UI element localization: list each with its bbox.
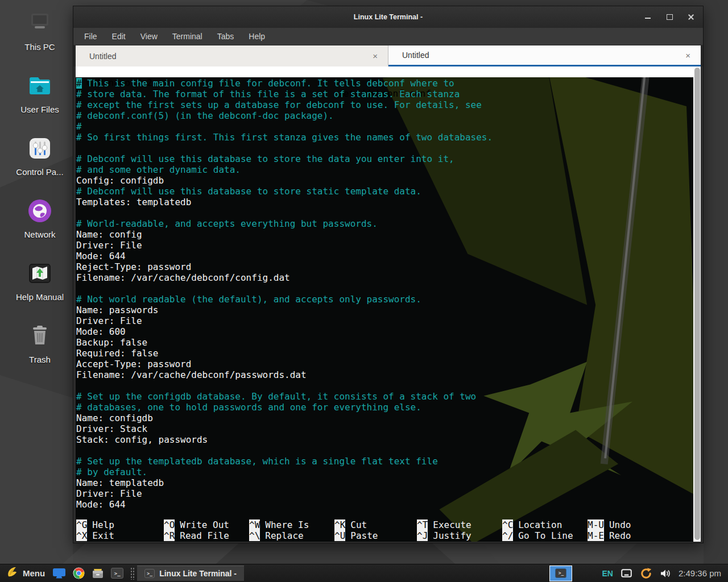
shortcut-key: ^\ xyxy=(249,530,260,541)
nano-shortcuts-row2: ^XExit^RRead File^\Replace^UPaste^JJusti… xyxy=(76,530,693,541)
nano-shortcut: ^KCut xyxy=(334,519,417,530)
shortcut-key: ^U xyxy=(334,530,345,541)
desktop-icon-trash[interactable]: Trash xyxy=(9,322,71,376)
terminal-line: Name: configdb xyxy=(76,413,693,423)
menu-help[interactable]: Help xyxy=(249,32,265,41)
menu-file[interactable]: File xyxy=(84,32,97,41)
updates-available-icon[interactable] xyxy=(640,567,652,580)
nano-shortcut: M-ERedo xyxy=(588,530,684,541)
nano-shortcut: ^UPaste xyxy=(334,530,417,541)
window-controls xyxy=(644,6,695,28)
terminal-line xyxy=(76,445,693,456)
menu-view[interactable]: View xyxy=(140,32,158,41)
maximize-icon[interactable] xyxy=(665,13,673,21)
terminal-line: Driver: File xyxy=(76,315,693,326)
terminal-line: Templates: templatedb xyxy=(76,197,693,207)
scrollbar-thumb[interactable] xyxy=(694,68,700,540)
volume-icon[interactable] xyxy=(660,569,671,578)
terminal-window-icon: >_ xyxy=(144,569,155,578)
terminal-line: # Set up the configdb database. By defau… xyxy=(76,391,693,402)
terminal-line: Backup: false xyxy=(76,337,693,348)
shortcut-key: ^G xyxy=(76,519,87,530)
desktop-icon-network[interactable]: Network xyxy=(9,197,71,251)
terminal-scrollbar[interactable] xyxy=(693,66,701,542)
shortcut-key: ^W xyxy=(249,519,260,530)
shortcut-key: ^R xyxy=(164,530,175,541)
shortcut-key: ^J xyxy=(417,530,428,541)
clock[interactable]: 2:49:36 pm xyxy=(679,568,721,578)
desktop-icon-user-files[interactable]: User Files xyxy=(9,72,71,126)
taskbar: Menu >_ >_ Linux Lite Terminal - xyxy=(0,564,728,582)
tab-label: Untitled xyxy=(402,51,429,60)
shortcut-key: ^O xyxy=(164,519,175,530)
desktop-icon-control-panel[interactable]: Control Pa... xyxy=(9,134,71,188)
nano-shortcut: ^OWrite Out xyxy=(164,519,249,530)
shortcut-label: Execute xyxy=(433,519,471,530)
nano-shortcut: ^TExecute xyxy=(417,519,502,530)
nano-shortcut: M-UUndo xyxy=(588,519,684,530)
terminal-pane[interactable]: GNU nano 7.2 /etc/debconf.conf # This is… xyxy=(76,66,701,542)
terminal-line: Reject-Type: password xyxy=(76,261,693,272)
terminal-line: # debconf.conf(5) (in the debconf-doc pa… xyxy=(76,110,693,121)
tab-untitled-1[interactable]: Untitled × xyxy=(76,45,388,66)
desktop-icon-this-pc[interactable]: This PC xyxy=(9,9,71,63)
menu-terminal[interactable]: Terminal xyxy=(172,32,202,41)
show-desktop-icon[interactable] xyxy=(51,566,68,581)
window-title: Linux Lite Terminal - xyxy=(354,13,423,21)
close-icon[interactable] xyxy=(687,13,695,21)
tab-close-icon[interactable]: × xyxy=(373,51,378,61)
shortcut-key: ^/ xyxy=(502,530,513,541)
terminal-buffer: # This is the main config file for debco… xyxy=(76,78,693,510)
desktop-icon-label: Control Pa... xyxy=(16,167,63,177)
terminal-line: Required: false xyxy=(76,348,693,359)
terminal-line xyxy=(76,380,693,391)
file-manager-icon[interactable] xyxy=(89,566,106,581)
nano-shortcut: ^/Go To Line xyxy=(502,530,588,541)
terminal-line: Name: passwords xyxy=(76,305,693,315)
nano-shortcut: ^RRead File xyxy=(164,530,249,541)
display-settings-icon[interactable] xyxy=(621,569,632,577)
menu-button[interactable]: Menu xyxy=(3,564,48,582)
terminal-line xyxy=(76,207,693,218)
terminal-line xyxy=(76,143,693,153)
desktop-icon-help-manual[interactable]: Help Manual xyxy=(9,259,71,313)
nano-shortcut-bar: ^GHelp^OWrite Out^WWhere Is^KCut^TExecut… xyxy=(76,519,693,541)
shortcut-key: ^K xyxy=(334,519,345,530)
desktop-icon-label: Trash xyxy=(29,355,51,364)
terminal-line: # World-readable, and accepts everything… xyxy=(76,218,693,229)
terminal-line: # Debconf will use this database to stor… xyxy=(76,186,693,197)
desktop-icon-label: User Files xyxy=(20,105,59,114)
keyboard-layout-indicator[interactable]: EN xyxy=(602,569,613,578)
terminal-line: # by default. xyxy=(76,467,693,477)
minimize-icon[interactable] xyxy=(644,13,652,21)
desktop-icon-label: Help Manual xyxy=(16,292,64,302)
nano-shortcut: ^XExit xyxy=(76,530,164,541)
nano-cursor: # xyxy=(76,78,82,89)
menu-edit[interactable]: Edit xyxy=(112,32,126,41)
trash-icon xyxy=(26,322,54,350)
terminal-line: Mode: 644 xyxy=(76,251,693,261)
taskbar-window-button[interactable]: >_ Linux Lite Terminal - xyxy=(137,566,244,581)
terminal-line: Accept-Type: password xyxy=(76,359,693,369)
window-titlebar[interactable]: Linux Lite Terminal - xyxy=(73,6,703,28)
tray-terminal-indicator[interactable]: >_ xyxy=(549,566,572,581)
shortcut-label: Go To Line xyxy=(518,530,573,541)
taskbar-window-title: Linux Lite Terminal - xyxy=(159,569,237,578)
nano-titlebar: GNU nano 7.2 /etc/debconf.conf xyxy=(76,66,693,77)
shortcut-label: Justify xyxy=(433,530,471,541)
terminal-launcher-icon[interactable]: >_ xyxy=(109,566,126,581)
terminal-line: Driver: Stack xyxy=(76,423,693,434)
shortcut-label: Cut xyxy=(350,519,367,530)
chrome-browser-icon[interactable] xyxy=(70,566,87,581)
terminal-line: Config: configdb xyxy=(76,175,693,186)
tab-untitled-2-active[interactable]: Untitled × xyxy=(388,45,701,66)
menu-tabs[interactable]: Tabs xyxy=(217,32,234,41)
shortcut-label: Undo xyxy=(609,519,631,530)
shortcut-label: Paste xyxy=(350,530,378,541)
terminal-line: Stack: config, passwords xyxy=(76,434,693,445)
panel-drag-handle[interactable] xyxy=(130,567,135,580)
terminal-tray-icon: >_ xyxy=(555,568,566,578)
network-globe-icon xyxy=(26,197,54,225)
tab-close-icon[interactable]: × xyxy=(685,51,690,60)
control-panel-icon xyxy=(26,134,54,163)
